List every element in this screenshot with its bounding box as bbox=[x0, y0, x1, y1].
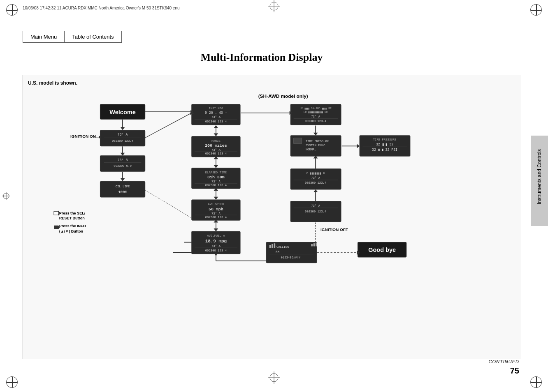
crosshair-bottom bbox=[268, 371, 280, 384]
side-tab: Instruments and Controls bbox=[531, 115, 548, 238]
svg-line-143 bbox=[145, 190, 191, 218]
svg-text:18.9 mpg: 18.9 mpg bbox=[205, 239, 227, 244]
svg-text:002300    123.4: 002300 123.4 bbox=[305, 181, 326, 184]
svg-text:73°  A: 73° A bbox=[311, 204, 320, 208]
svg-marker-22 bbox=[121, 153, 125, 156]
svg-text:73°  B: 73° B bbox=[118, 158, 128, 162]
svg-text:CALLING: CALLING bbox=[276, 245, 289, 249]
svg-marker-75 bbox=[214, 228, 218, 231]
svg-text:Good bye: Good bye bbox=[368, 247, 396, 253]
svg-text:73°  A: 73° A bbox=[211, 212, 221, 215]
svg-marker-97 bbox=[357, 144, 360, 148]
title-divider bbox=[23, 68, 523, 68]
svg-text:002300    123.4: 002300 123.4 bbox=[205, 216, 227, 219]
svg-marker-48 bbox=[214, 134, 218, 136]
svg-text:50 mph: 50 mph bbox=[209, 207, 223, 212]
svg-text:RANGE: RANGE bbox=[211, 139, 221, 143]
svg-text:Press the INFO: Press the INFO bbox=[59, 224, 86, 228]
svg-text:Press the SEL/: Press the SEL/ bbox=[59, 211, 86, 215]
svg-rect-122 bbox=[311, 244, 313, 246]
svg-line-137 bbox=[145, 113, 191, 138]
svg-rect-29 bbox=[100, 182, 145, 197]
svg-text:INST.MPG: INST.MPG bbox=[209, 107, 223, 110]
print-meta: 10/06/08 17:42:32 11 ACURA RDX MMC North… bbox=[23, 6, 180, 10]
svg-marker-111 bbox=[313, 189, 318, 192]
svg-marker-57 bbox=[214, 165, 218, 168]
svg-text:SYSTEM FUNC: SYSTEM FUNC bbox=[306, 144, 326, 147]
svg-text:73°  A: 73° A bbox=[211, 244, 221, 248]
svg-text:73°  A: 73° A bbox=[311, 115, 320, 118]
reg-mark-br bbox=[530, 376, 542, 388]
svg-marker-38 bbox=[54, 226, 58, 229]
svg-text:AVG.FUEL A: AVG.FUEL A bbox=[207, 234, 225, 238]
svg-text:Welcome: Welcome bbox=[109, 109, 135, 115]
svg-text:9   20 . 40 -: 9 20 . 40 - bbox=[205, 111, 227, 115]
nav-buttons: Main Menu Table of Contents bbox=[23, 31, 122, 43]
svg-rect-119 bbox=[272, 244, 273, 248]
svg-text:IGNITION ON: IGNITION ON bbox=[70, 134, 96, 138]
page-number: 75 bbox=[510, 366, 519, 376]
svg-text:002300    123.4: 002300 123.4 bbox=[205, 120, 227, 123]
svg-text:TIRE PRESS.OK: TIRE PRESS.OK bbox=[306, 140, 329, 143]
svg-text:32 ▮  ▮ 32  PSI: 32 ▮ ▮ 32 PSI bbox=[372, 148, 397, 152]
svg-text:002300    123.4: 002300 123.4 bbox=[205, 152, 227, 155]
svg-text:73°  A: 73° A bbox=[211, 148, 221, 152]
svg-text:002300    123.4: 002300 123.4 bbox=[305, 210, 326, 213]
svg-text:C    ▮▮▮▮▮▮▮    H: C ▮▮▮▮▮▮▮ H bbox=[306, 172, 325, 175]
svg-text:200 miles: 200 miles bbox=[205, 143, 227, 148]
svg-text:002300    123.4: 002300 123.4 bbox=[205, 184, 227, 187]
reg-mark-bl bbox=[6, 376, 18, 388]
diagram-area: U.S. model is shown. (SH-AWD model only)… bbox=[23, 75, 521, 359]
svg-marker-66 bbox=[214, 197, 218, 200]
svg-text:LF  ▮▮▮▮ SH-AWD ▮▮▮▮ RF: LF ▮▮▮▮ SH-AWD ▮▮▮▮ RF bbox=[300, 107, 332, 110]
svg-text:0123456####: 0123456#### bbox=[281, 256, 301, 259]
svg-text:01h 30m: 01h 30m bbox=[207, 175, 225, 180]
page-title: Multi-Information Display bbox=[0, 51, 523, 64]
svg-marker-47 bbox=[214, 125, 218, 128]
crosshair-top bbox=[268, 0, 280, 12]
svg-text:002300    123.4: 002300 123.4 bbox=[305, 120, 326, 123]
crosshair-left bbox=[2, 192, 10, 200]
svg-rect-34 bbox=[54, 211, 58, 215]
svg-text:(▲/▼) Button: (▲/▼) Button bbox=[59, 229, 83, 233]
reg-mark-tl bbox=[6, 4, 18, 16]
svg-marker-13 bbox=[121, 127, 125, 130]
svg-text:002300    123.4: 002300 123.4 bbox=[112, 139, 133, 143]
svg-text:002300    123.4: 002300 123.4 bbox=[205, 249, 227, 252]
svg-text:IGNITION OFF: IGNITION OFF bbox=[320, 227, 348, 232]
svg-text:002300        0.0: 002300 0.0 bbox=[114, 164, 132, 168]
side-tab-label: Instruments and Controls bbox=[536, 149, 543, 204]
svg-text:AVG.SPEED: AVG.SPEED bbox=[208, 203, 224, 206]
svg-text:73°  A: 73° A bbox=[211, 115, 221, 119]
svg-rect-118 bbox=[269, 245, 271, 248]
svg-text:LR  ▮▮▮▮▮▮▮▮▮▮▮▮ RR: LR ▮▮▮▮▮▮▮▮▮▮▮▮ RR bbox=[304, 111, 328, 114]
svg-text:OIL LIFE: OIL LIFE bbox=[116, 185, 130, 188]
svg-text:32 ▮  ▮ 32: 32 ▮ ▮ 32 bbox=[376, 143, 393, 146]
reg-mark-tr bbox=[530, 4, 542, 16]
svg-text:73°  A: 73° A bbox=[211, 180, 221, 183]
diagram-label-us: U.S. model is shown. bbox=[28, 80, 516, 86]
table-of-contents-button[interactable]: Table of Contents bbox=[64, 31, 121, 43]
svg-text:NORMAL: NORMAL bbox=[306, 148, 316, 151]
svg-marker-90 bbox=[313, 133, 318, 136]
svg-rect-120 bbox=[274, 243, 276, 248]
svg-text:(SH-AWD model only): (SH-AWD model only) bbox=[258, 93, 308, 99]
svg-rect-92 bbox=[294, 138, 302, 144]
svg-text:RM: RM bbox=[276, 250, 279, 254]
svg-rect-124 bbox=[316, 242, 317, 246]
svg-text:73°  A: 73° A bbox=[311, 176, 320, 180]
svg-text:RESET Button: RESET Button bbox=[59, 216, 85, 220]
svg-text:73°  A: 73° A bbox=[118, 133, 128, 136]
svg-marker-28 bbox=[121, 178, 125, 181]
svg-rect-123 bbox=[313, 243, 315, 246]
svg-text:TIRE PRESSURE: TIRE PRESSURE bbox=[373, 138, 397, 141]
main-menu-button[interactable]: Main Menu bbox=[23, 31, 64, 43]
continued-label: CONTINUED bbox=[489, 359, 519, 364]
svg-text:100%: 100% bbox=[118, 190, 127, 194]
svg-text:ELAPSED TIME: ELAPSED TIME bbox=[205, 171, 227, 174]
